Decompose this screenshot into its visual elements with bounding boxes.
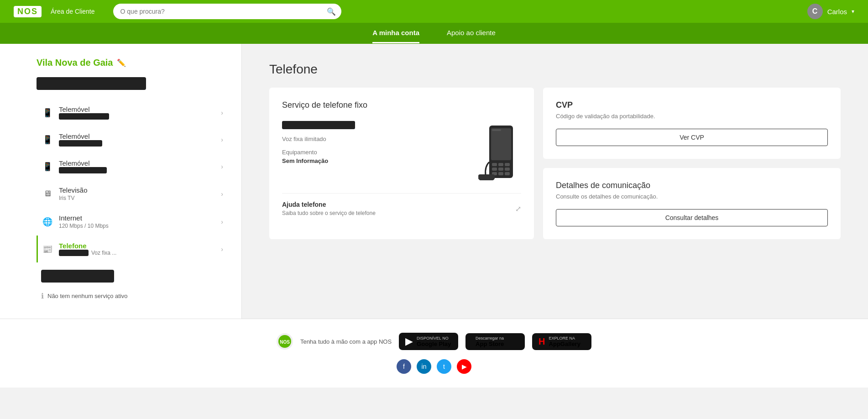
svg-rect-13 bbox=[478, 174, 495, 178]
sidebar-item-content-telefone: Telefone Voz fixa ... bbox=[59, 242, 214, 256]
google-play-text: DISPONÍVEL NO Google Play bbox=[417, 336, 451, 347]
telefone-number-redacted bbox=[59, 250, 89, 256]
cards-row: Serviço de telefone fixo Voz fixa ilimit… bbox=[269, 88, 841, 239]
equipamento-label: Equipamento bbox=[282, 149, 462, 156]
google-play-name: Google Play bbox=[417, 340, 451, 347]
tab-apoio-cliente[interactable]: Apoio ao cliente bbox=[447, 23, 496, 43]
svg-rect-6 bbox=[492, 168, 497, 171]
number-redacted bbox=[59, 113, 109, 120]
app-store-badge[interactable]: Descarregar na App Store bbox=[465, 333, 525, 350]
svg-rect-8 bbox=[505, 168, 510, 171]
location-row: Vila Nova de Gaia ✏️ bbox=[37, 58, 228, 68]
chevron-right-icon-telefone: › bbox=[221, 246, 223, 253]
telefone-icon: 📰 bbox=[42, 244, 52, 254]
mobile-icon-2: 📱 bbox=[42, 135, 52, 145]
sidebar-item-telemovel-1[interactable]: 📱 Telemóvel › bbox=[37, 99, 228, 126]
no-service-row: ℹ Não tem nenhum serviço ativo bbox=[37, 287, 228, 305]
phone-svg bbox=[476, 121, 517, 180]
sidebar-item-content: Telemóvel bbox=[59, 105, 214, 120]
app-promo-text: Tenha tudo à mão com a app NOS bbox=[300, 338, 392, 345]
huawei-icon: H bbox=[539, 336, 545, 347]
svg-rect-2 bbox=[492, 129, 501, 131]
cvp-card: CVP Código de validação da portabilidade… bbox=[543, 88, 841, 159]
svg-rect-4 bbox=[498, 163, 503, 166]
search-button[interactable]: 🔍 bbox=[327, 7, 336, 16]
mobile-icon-3: 📱 bbox=[42, 162, 52, 172]
telefone-sub: Voz fixa ... bbox=[91, 250, 116, 256]
footer: NOS Tenha tudo à mão com a app NOS ▶ DIS… bbox=[0, 319, 868, 388]
equipamento-value: Sem Informação bbox=[282, 157, 462, 164]
phone-image bbox=[471, 121, 521, 180]
twitter-icon[interactable]: t bbox=[437, 359, 451, 374]
svg-text:NOS: NOS bbox=[280, 340, 290, 345]
sidebar-item-content-3: Telemóvel bbox=[59, 159, 214, 173]
ver-cvp-button[interactable]: Ver CVP bbox=[556, 129, 828, 146]
consultar-detalhes-button[interactable]: Consultar detalhes bbox=[556, 209, 828, 226]
location-name: Vila Nova de Gaia bbox=[37, 58, 113, 68]
tab-minha-conta[interactable]: A minha conta bbox=[372, 23, 419, 43]
edit-location-icon[interactable]: ✏️ bbox=[117, 58, 126, 67]
svg-rect-3 bbox=[492, 163, 497, 166]
external-link-icon[interactable]: ⤢ bbox=[515, 204, 521, 213]
svg-rect-1 bbox=[491, 128, 511, 160]
phone-number-redacted bbox=[282, 121, 355, 129]
chevron-right-icon-tv: › bbox=[221, 190, 223, 198]
card-divider bbox=[282, 193, 521, 194]
help-sub: Saiba tudo sobre o serviço de telefone bbox=[282, 210, 376, 216]
sidebar-item-internet[interactable]: 🌐 Internet 120 Mbps / 10 Mbps › bbox=[37, 208, 228, 236]
content-area: Telefone Serviço de telefone fixo Voz fi… bbox=[242, 44, 868, 319]
linkedin-icon[interactable]: in bbox=[417, 359, 431, 374]
voz-label: Voz fixa ilimitado bbox=[282, 136, 462, 142]
nos-app-logo: NOS bbox=[277, 333, 293, 350]
sidebar-item-sub-tv: Iris TV bbox=[59, 195, 214, 201]
app-store-text: Descarregar na App Store bbox=[476, 336, 504, 347]
sidebar-item-content-2: Telemóvel bbox=[59, 132, 214, 147]
help-section: Ajuda telefone Saiba tudo sobre o serviç… bbox=[282, 201, 521, 216]
mobile-icon: 📱 bbox=[42, 108, 52, 118]
svg-rect-7 bbox=[498, 168, 503, 171]
sidebar-item-televisao[interactable]: 🖥 Televisão Iris TV › bbox=[37, 180, 228, 208]
sidebar: Vila Nova de Gaia ✏️ 📱 Telemóvel › 📱 Tel… bbox=[0, 44, 242, 319]
sidebar-item-content-internet: Internet 120 Mbps / 10 Mbps bbox=[59, 214, 214, 229]
sidebar-item-label-tv: Televisão bbox=[59, 186, 214, 194]
sidebar-item-sub-internet: 120 Mbps / 10 Mbps bbox=[59, 223, 214, 229]
details-card: Detalhes de comunicação Consulte os deta… bbox=[543, 168, 841, 239]
top-navigation: NOS Área de Cliente 🔍 C Carlos ▾ bbox=[0, 0, 868, 23]
right-cards: CVP Código de validação da portabilidade… bbox=[543, 88, 841, 239]
sidebar-item-label-telefone: Telefone bbox=[59, 242, 214, 250]
footer-app-row: NOS Tenha tudo à mão com a app NOS ▶ DIS… bbox=[0, 328, 868, 355]
number-redacted-2 bbox=[59, 140, 102, 147]
huawei-small: EXPLORE NA bbox=[549, 336, 580, 340]
search-input[interactable] bbox=[113, 4, 341, 19]
sidebar-item-telefone[interactable]: 📰 Telefone Voz fixa ... › bbox=[37, 236, 228, 262]
main-content: Vila Nova de Gaia ✏️ 📱 Telemóvel › 📱 Tel… bbox=[0, 44, 868, 319]
svg-rect-10 bbox=[498, 172, 503, 175]
nos-logo-text: NOS bbox=[14, 6, 42, 17]
huawei-badge[interactable]: H EXPLORE NA AppGallery bbox=[532, 333, 591, 350]
no-service-text: Não tem nenhum serviço ativo bbox=[47, 293, 128, 299]
sidebar-item-telemovel-2[interactable]: 📱 Telemóvel › bbox=[37, 126, 228, 153]
sidebar-item-telemovel-3[interactable]: 📱 Telemóvel › bbox=[37, 153, 228, 180]
nos-logo: NOS bbox=[14, 6, 42, 17]
user-name[interactable]: Carlos bbox=[827, 8, 847, 16]
sidebar-item-label: Telemóvel bbox=[59, 105, 214, 113]
youtube-icon[interactable]: ▶ bbox=[457, 359, 471, 374]
tv-icon: 🖥 bbox=[42, 189, 52, 199]
chevron-right-icon-internet: › bbox=[221, 218, 223, 225]
details-title: Detalhes de comunicação bbox=[556, 181, 828, 190]
google-play-badge[interactable]: ▶ DISPONÍVEL NO Google Play bbox=[399, 333, 458, 350]
footer-social-row: f in t ▶ bbox=[0, 355, 868, 378]
details-sub: Consulte os detalhes de comunicação. bbox=[556, 193, 828, 200]
area-cliente-label: Área de Cliente bbox=[51, 8, 95, 15]
search-bar: 🔍 bbox=[113, 4, 341, 19]
sidebar-item-content-tv: Televisão Iris TV bbox=[59, 186, 214, 201]
huawei-name: AppGallery bbox=[549, 340, 580, 347]
chevron-down-icon[interactable]: ▾ bbox=[852, 8, 854, 15]
telefone-service-card: Serviço de telefone fixo Voz fixa ilimit… bbox=[269, 88, 534, 239]
service-body: Voz fixa ilimitado Equipamento Sem Infor… bbox=[282, 121, 521, 180]
facebook-icon[interactable]: f bbox=[397, 359, 411, 374]
sidebar-item-label-2: Telemóvel bbox=[59, 132, 214, 140]
account-number-redacted bbox=[37, 77, 146, 90]
second-account-redacted bbox=[41, 270, 114, 283]
internet-icon: 🌐 bbox=[42, 217, 52, 227]
